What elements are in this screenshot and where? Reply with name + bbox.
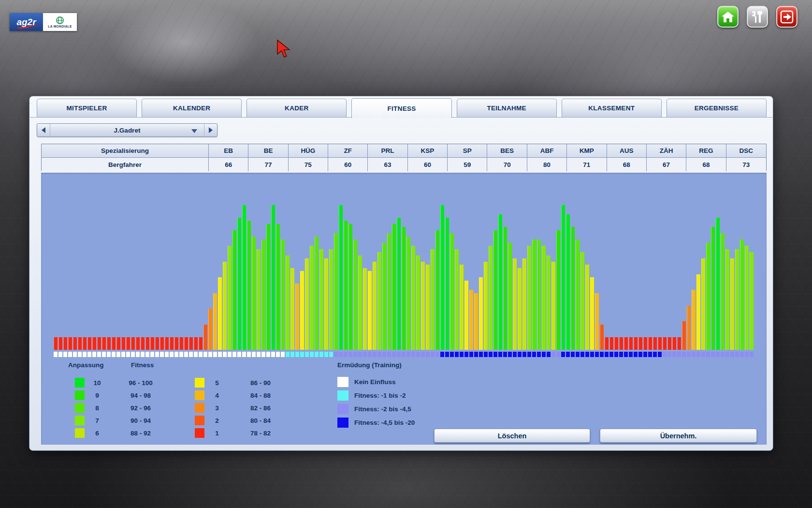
home-button[interactable]	[717, 6, 739, 28]
fitness-bar	[556, 230, 560, 350]
fitness-bar	[102, 337, 106, 350]
tab-kalender[interactable]: KALENDER	[142, 99, 242, 117]
fatigue-cell-none	[87, 352, 91, 357]
stats-header-zf: ZF	[328, 144, 368, 158]
tab-klassement[interactable]: KLASSEMENT	[562, 99, 662, 117]
legend-fatigue-title: Ermüdung (Training)	[337, 361, 402, 369]
rider-dropdown[interactable]: J.Gadret	[50, 124, 204, 136]
fitness-bar	[406, 237, 410, 350]
tab-ergebnisse[interactable]: ERGEBNISSE	[667, 99, 767, 117]
stats-header-sp: SP	[448, 144, 487, 158]
exit-button[interactable]	[776, 6, 798, 28]
apply-button[interactable]: Übernehm.	[600, 429, 757, 443]
fitness-bar	[431, 249, 435, 350]
game-screen: ag2r LA MONDIALE	[0, 0, 812, 508]
fatigue-cell-none	[223, 352, 227, 357]
fitness-bar	[464, 281, 468, 350]
fatigue-cell-heavy	[479, 352, 483, 357]
fitness-bar	[368, 271, 372, 350]
stats-value: 67	[647, 158, 686, 171]
fatigue-cell-none	[126, 352, 130, 357]
tab-mitspieler[interactable]: MITSPIELER	[37, 99, 137, 117]
fatigue-cell-mid	[745, 352, 749, 357]
stats-header-abf: ABF	[527, 144, 567, 158]
fatigue-cell-mid	[363, 352, 367, 357]
legend-swatch-level-2	[195, 416, 204, 425]
fitness-bars	[54, 205, 754, 350]
fitness-bar	[68, 337, 72, 350]
fitness-bar	[83, 337, 87, 350]
fatigue-cell-none	[116, 352, 120, 357]
fatigue-cell-mid	[701, 352, 705, 357]
legend-range: 88 - 92	[112, 430, 170, 437]
settings-tools-button[interactable]	[747, 6, 768, 28]
fatigue-cell-none	[121, 352, 125, 357]
fatigue-cell-none	[213, 352, 217, 357]
fatigue-cell-heavy	[537, 352, 541, 357]
fatigue-cell-heavy	[590, 352, 594, 357]
fatigue-cell-mid	[730, 352, 734, 357]
tab-fitness[interactable]: FITNESS	[351, 98, 451, 118]
fitness-bar	[208, 309, 212, 350]
fitness-bar	[658, 337, 662, 350]
fatigue-cell-none	[136, 352, 140, 357]
fatigue-cell-none	[83, 352, 87, 357]
fitness-bar	[247, 221, 251, 350]
fatigue-cell-heavy	[518, 352, 522, 357]
fatigue-cell-heavy	[532, 352, 536, 357]
fatigue-cell-none	[232, 352, 236, 357]
next-rider-button[interactable]	[204, 124, 217, 136]
stats-value: 75	[289, 158, 328, 171]
exit-icon	[780, 10, 794, 24]
fitness-bar	[353, 239, 357, 350]
fatigue-cell-heavy	[600, 352, 604, 357]
fitness-bar	[203, 325, 207, 350]
fitness-bar	[701, 258, 705, 350]
fatigue-cell-heavy	[498, 352, 502, 357]
fatigue-cell-heavy	[469, 352, 473, 357]
fitness-chart-panel: Anpassung Fitness 1096 - 100994 - 98892 …	[41, 173, 767, 445]
fitness-bar	[416, 255, 420, 350]
fatigue-cell-mid	[735, 352, 739, 357]
fitness-bar	[696, 274, 700, 350]
fitness-bar	[145, 337, 149, 350]
prev-rider-button[interactable]	[37, 124, 50, 136]
fitness-bar	[218, 277, 222, 350]
fitness-bar	[585, 265, 589, 350]
stats-header-aus: AUS	[607, 144, 647, 158]
fitness-bar	[740, 239, 744, 350]
delete-button[interactable]: Löschen	[434, 429, 590, 443]
fatigue-cell-mid	[382, 352, 386, 357]
fatigue-cell-heavy	[658, 352, 662, 357]
fatigue-cell-light	[305, 352, 309, 357]
fitness-bar	[667, 337, 671, 350]
fatigue-cell-heavy	[561, 352, 565, 357]
top-toolbar	[717, 6, 798, 28]
fitness-bar	[629, 337, 633, 350]
fitness-bar	[571, 227, 575, 350]
fatigue-cell-none	[73, 352, 77, 357]
tab-teilnahme[interactable]: TEILNAHME	[457, 99, 557, 117]
fatigue-cell-heavy	[522, 352, 526, 357]
fitness-bar	[542, 246, 546, 350]
stats-header-zäh: ZÄH	[647, 144, 686, 158]
fitness-bar	[141, 337, 145, 350]
fitness-bar	[392, 224, 396, 350]
fatigue-cell-mid	[421, 352, 425, 357]
fatigue-row	[54, 352, 754, 357]
fitness-bar	[363, 268, 367, 350]
fitness-bar	[634, 337, 638, 350]
legend-level: 9	[88, 392, 106, 399]
fatigue-cell-none	[194, 352, 198, 357]
fitness-bar	[706, 243, 710, 350]
fatigue-cell-mid	[677, 352, 681, 357]
fitness-bar	[107, 337, 111, 350]
fitness-bar	[687, 306, 691, 350]
fitness-bar	[136, 337, 140, 350]
fatigue-cell-none	[165, 352, 169, 357]
fatigue-cell-light	[315, 352, 319, 357]
fatigue-cell-mid	[740, 352, 744, 357]
fitness-bar	[160, 337, 164, 350]
fitness-bar	[92, 337, 96, 350]
tab-kader[interactable]: KADER	[246, 99, 347, 117]
